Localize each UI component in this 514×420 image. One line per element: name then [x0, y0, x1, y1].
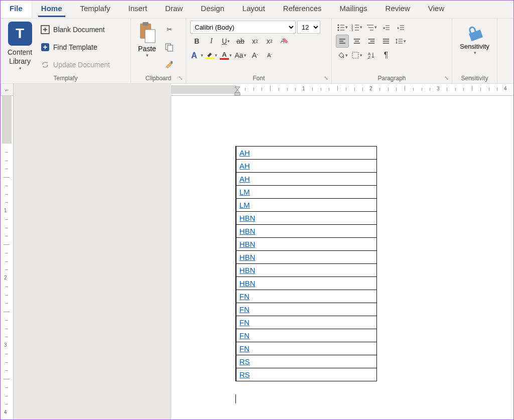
bullets-button[interactable]: ▾ — [336, 21, 349, 34]
cell-link[interactable]: FN — [239, 292, 249, 301]
table-row[interactable]: FN — [236, 329, 376, 342]
tab-mailings[interactable]: Mailings — [331, 1, 376, 18]
superscript-button[interactable]: x2 — [263, 35, 276, 48]
table-row[interactable]: AH — [236, 173, 376, 186]
line-spacing-icon — [395, 37, 403, 45]
justify-button[interactable] — [379, 35, 393, 48]
align-left-button[interactable] — [336, 35, 349, 48]
tab-draw[interactable]: Draw — [156, 1, 192, 18]
table-row[interactable]: FN — [236, 303, 376, 316]
clipboard-dialog-launcher[interactable]: ⤡ — [177, 75, 184, 82]
group-templafy: T Content Library ▾ Blank Document Find … — [1, 19, 131, 83]
tab-home[interactable]: Home — [32, 1, 71, 18]
numbering-button[interactable]: 123▾ — [350, 21, 363, 34]
cell-link[interactable]: HBN — [239, 253, 255, 261]
table-row[interactable]: HBN — [236, 225, 376, 238]
document-page[interactable]: AHAHAHLMLMHBNHBNHBNHBNHBNHBNFNFNFNFNFNRS… — [171, 96, 513, 420]
table-row[interactable]: FN — [236, 342, 376, 355]
content-library-button[interactable]: T Content Library ▾ — [5, 21, 35, 73]
cell-link[interactable]: AH — [239, 149, 250, 157]
sensitivity-button[interactable]: Sensitivity ▾ — [460, 21, 489, 73]
group-sensitivity: Sensitivity ▾ Sensitivity — [452, 19, 497, 83]
change-case-button[interactable]: Aa▾ — [234, 49, 247, 62]
group-clipboard: Paste ▾ ✂ Clipboard ⤡ — [131, 19, 186, 83]
cell-link[interactable]: HBN — [239, 227, 255, 235]
italic-button[interactable]: I — [205, 35, 218, 48]
table-row[interactable]: LM — [236, 199, 376, 212]
horizontal-ruler[interactable]: 1234 — [171, 84, 513, 96]
cell-link[interactable]: FN — [239, 318, 249, 327]
multilevel-icon — [366, 23, 374, 31]
font-name-combo[interactable]: Calibri (Body) — [190, 21, 296, 34]
copy-button[interactable] — [163, 41, 175, 53]
table-row[interactable]: HBN — [236, 251, 376, 264]
copy-icon — [165, 43, 174, 52]
subscript-button[interactable]: x2 — [248, 35, 262, 48]
line-spacing-button[interactable]: ▾ — [394, 35, 407, 48]
cell-link[interactable]: RS — [239, 370, 250, 379]
cut-button[interactable]: ✂ — [163, 24, 175, 36]
table-row[interactable]: FN — [236, 290, 376, 303]
vertical-ruler[interactable]: 1234 — [1, 96, 14, 420]
cell-link[interactable]: LM — [239, 201, 250, 209]
show-marks-button[interactable]: ¶ — [379, 49, 393, 62]
tab-layout[interactable]: Layout — [233, 1, 274, 18]
strikethrough-button[interactable]: ab — [234, 35, 247, 48]
tab-file[interactable]: File — [1, 1, 32, 18]
paste-button[interactable]: Paste ▾ — [135, 21, 159, 73]
shading-button[interactable]: ▾ — [336, 49, 349, 62]
align-right-button[interactable] — [365, 35, 378, 48]
cell-link[interactable]: AH — [239, 162, 250, 170]
brush-icon — [164, 60, 174, 70]
blank-document-button[interactable]: Blank Document — [38, 23, 112, 36]
table-row[interactable]: RS — [236, 368, 376, 381]
table-row[interactable]: FN — [236, 316, 376, 329]
table-row[interactable]: LM — [236, 186, 376, 199]
align-center-button[interactable] — [350, 35, 363, 48]
table-row[interactable]: AH — [236, 160, 376, 173]
shrink-font-button[interactable]: Aˇ — [263, 49, 276, 62]
cell-link[interactable]: HBN — [239, 240, 255, 248]
decrease-indent-button[interactable] — [379, 21, 393, 34]
underline-button[interactable]: U▾ — [219, 35, 232, 48]
grow-font-button[interactable]: Aˆ — [248, 49, 262, 62]
cell-link[interactable]: RS — [239, 357, 250, 366]
sort-button[interactable]: AZ — [365, 49, 378, 62]
tab-references[interactable]: References — [274, 1, 331, 18]
cell-link[interactable]: FN — [239, 344, 249, 353]
font-size-combo[interactable]: 12 — [297, 21, 320, 34]
table-row[interactable]: HBN — [236, 238, 376, 251]
bold-button[interactable]: B — [190, 35, 203, 48]
table-row[interactable]: AH — [236, 147, 376, 160]
highlight-button[interactable]: ▾ — [205, 49, 218, 62]
format-painter-button[interactable] — [163, 59, 175, 71]
find-template-button[interactable]: Find Template — [38, 41, 112, 54]
cell-link[interactable]: FN — [239, 331, 249, 340]
cell-link[interactable]: HBN — [239, 279, 255, 288]
borders-icon — [351, 51, 359, 59]
font-dialog-launcher[interactable]: ⤡ — [322, 75, 329, 82]
text-effects-button[interactable]: A▾ — [190, 49, 203, 62]
document-table[interactable]: AHAHAHLMLMHBNHBNHBNHBNHBNHBNFNFNFNFNFNRS… — [235, 146, 377, 381]
cell-link[interactable]: AH — [239, 175, 250, 183]
indent-marker-icon[interactable] — [234, 84, 240, 96]
multilevel-list-button[interactable]: ▾ — [365, 21, 378, 34]
cell-link[interactable]: FN — [239, 305, 249, 314]
tab-review[interactable]: Review — [376, 1, 419, 18]
tab-view[interactable]: View — [419, 1, 453, 18]
tab-templafy[interactable]: Templafy — [71, 1, 119, 18]
clear-formatting-button[interactable]: A — [278, 35, 291, 48]
table-row[interactable]: HBN — [236, 264, 376, 277]
tab-insert[interactable]: Insert — [119, 1, 157, 18]
cell-link[interactable]: HBN — [239, 214, 255, 222]
paragraph-dialog-launcher[interactable]: ⤡ — [443, 75, 450, 82]
table-row[interactable]: HBN — [236, 277, 376, 290]
cell-link[interactable]: LM — [239, 188, 250, 196]
increase-indent-button[interactable] — [394, 21, 407, 34]
table-row[interactable]: RS — [236, 355, 376, 368]
tab-design[interactable]: Design — [192, 1, 233, 18]
borders-button[interactable]: ▾ — [350, 49, 363, 62]
font-color-button[interactable]: A▾ — [219, 49, 232, 62]
cell-link[interactable]: HBN — [239, 266, 255, 274]
table-row[interactable]: HBN — [236, 212, 376, 225]
